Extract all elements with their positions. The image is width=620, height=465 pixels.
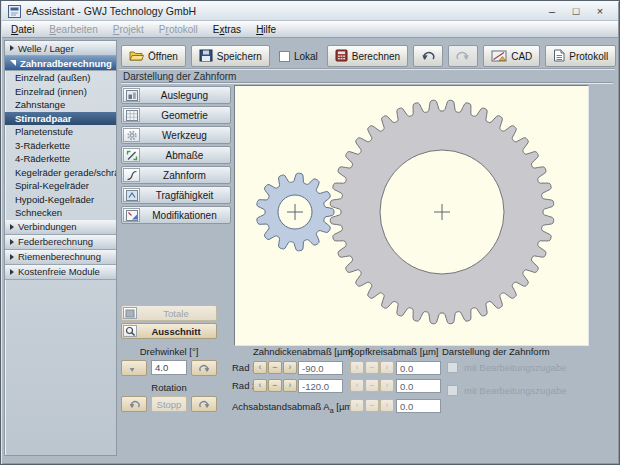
increment-button[interactable]: › [380, 399, 394, 412]
rad1-kopfkreis-stepper: ‹−› [350, 361, 394, 374]
sidebar-item-einzelrad-aussen[interactable]: Einzelrad (außen) [5, 71, 116, 85]
reset-button[interactable]: − [365, 399, 379, 412]
decrement-button[interactable]: ‹ [253, 361, 267, 374]
gear-figure [235, 86, 588, 349]
sidebar-item-stirnradpaar[interactable]: Stirnradpaar [5, 112, 116, 126]
achsabstand-input[interactable] [396, 399, 441, 413]
rotate-ccw-step-button[interactable] [121, 360, 147, 376]
berechnen-button[interactable]: Berechnen [327, 45, 408, 67]
drehwinkel-input[interactable] [151, 360, 187, 375]
reset-button[interactable]: − [365, 379, 379, 392]
calculation-step-buttons: AuslegungGeometrieWerkzeugAbmaßeZahnform… [121, 86, 231, 224]
sidebar-item-welle-lager[interactable]: Welle / Lager [5, 41, 116, 56]
cad-button[interactable]: CAD [483, 45, 540, 67]
rad1-zahndicken-stepper: ‹−› [253, 361, 297, 374]
menu-datei[interactable]: Datei [11, 24, 34, 35]
protokoll-button[interactable]: Protokoll [545, 45, 616, 67]
sidebar-item-zahnstange[interactable]: Zahnstange [5, 98, 116, 112]
magnifier-icon [123, 325, 137, 337]
rad2-kopfkreis-input[interactable] [396, 379, 441, 393]
increment-button[interactable]: › [283, 361, 297, 374]
reset-button[interactable]: − [365, 361, 379, 374]
decrement-button[interactable]: ‹ [253, 379, 267, 392]
redo-button[interactable] [448, 45, 478, 67]
collapsed-arrow-icon [10, 254, 14, 260]
protocol-icon [553, 49, 565, 64]
abmasse-button[interactable]: Abmaße [121, 146, 231, 164]
increment-button[interactable]: › [380, 379, 394, 392]
rotation-cw-button[interactable] [191, 396, 217, 412]
auslegung-button[interactable]: Auslegung [121, 86, 231, 104]
rad2-zahndicken-input[interactable] [298, 379, 343, 393]
sidebar-item-hypoid-kegelraeder[interactable]: Hypoid-Kegelräder [5, 193, 116, 207]
close-button[interactable]: × [588, 2, 612, 20]
sidebar-item-zahnradberechnung[interactable]: Zahnradberechnung [5, 56, 116, 71]
expanded-arrow-icon [10, 60, 16, 66]
modifikationen-button[interactable]: Modifikationen [121, 206, 231, 224]
redo-icon [456, 50, 470, 63]
sidebar-item-verbindungen[interactable]: Verbindungen [5, 220, 116, 235]
drehwinkel-label: Drehwinkel [°] [121, 346, 217, 357]
menu-extras[interactable]: Extras [213, 24, 241, 35]
reset-button[interactable]: − [268, 361, 282, 374]
rad1-zahndicken-input[interactable] [298, 361, 343, 375]
maximize-button[interactable]: □ [564, 2, 588, 20]
sidebar-item-einzelrad-innen[interactable]: Einzelrad (innen) [5, 85, 116, 99]
geometrie-icon [123, 108, 140, 122]
sidebar-item-kostenfreie-module[interactable]: Kostenfreie Module [5, 265, 116, 280]
undo-icon [421, 50, 435, 63]
oeffnen-button[interactable]: Öffnen [121, 45, 186, 67]
rotation-ccw-button[interactable] [121, 396, 147, 412]
abmasse-icon [123, 148, 140, 162]
decrement-button[interactable]: ‹ [350, 379, 364, 392]
sidebar-item-4-raederkette[interactable]: 4-Räderkette [5, 152, 116, 166]
panel-title-separator [121, 82, 613, 84]
menu-bearbeiten[interactable]: Bearbeiten [49, 24, 97, 35]
lokal-checkbox[interactable]: Lokal [279, 51, 318, 62]
tragfaehigkeit-icon [123, 188, 140, 202]
decrement-button[interactable]: ‹ [350, 361, 364, 374]
sidebar-item-spiral-kegelraeder[interactable]: Spiral-Kegelräder [5, 179, 116, 193]
tragfaehigkeit-button[interactable]: Tragfähigkeit [121, 186, 231, 204]
decrement-button[interactable]: ‹ [350, 399, 364, 412]
rad2-zahndicken-stepper: ‹−› [253, 379, 297, 392]
zahnform-icon [123, 168, 140, 182]
sidebar-item-kegelraeder-gerade-schraeg[interactable]: Kegelräder gerade/schräg [5, 166, 116, 180]
rotation-label: Rotation [121, 382, 217, 393]
reset-button[interactable]: − [268, 379, 282, 392]
main-toolbar: ÖffnenSpeichernLokalBerechnenCADProtokol… [121, 45, 620, 67]
menu-hilfe[interactable]: Hilfe [256, 24, 276, 35]
werkzeug-button[interactable]: Werkzeug [121, 126, 231, 144]
window-title: eAssistant - GWJ Technology GmbH [26, 5, 540, 17]
menu-protokoll[interactable]: Protokoll [159, 24, 198, 35]
ausschnitt-button[interactable]: Ausschnitt [121, 323, 217, 339]
collapsed-arrow-icon [10, 45, 14, 51]
geometrie-button[interactable]: Geometrie [121, 106, 231, 124]
minimize-button[interactable]: – [540, 2, 564, 20]
cad-icon [491, 49, 507, 64]
checkbox-icon [447, 385, 458, 396]
app-icon [8, 4, 21, 17]
zahnform-button[interactable]: Zahnform [121, 166, 231, 184]
rotation-stop-button[interactable]: Stopp [151, 396, 187, 412]
menu-projekt[interactable]: Projekt [113, 24, 144, 35]
bearbeitungszugabe-checkbox-1[interactable]: mit Bearbeitungszugabe [447, 362, 566, 373]
increment-button[interactable]: › [380, 361, 394, 374]
rad1-kopfkreis-input[interactable] [396, 361, 441, 375]
speichern-button[interactable]: Speichern [191, 45, 270, 67]
collapsed-arrow-icon [10, 269, 14, 275]
totale-button[interactable]: Totale [121, 305, 217, 321]
sidebar-item-riemenberechnung[interactable]: Riemenberechnung [5, 250, 116, 265]
menu-bar: DateiBearbeitenProjektProtokollExtrasHil… [2, 21, 618, 38]
sidebar-item-planetenstufe[interactable]: Planetenstufe [5, 125, 116, 139]
bearbeitungszugabe-checkbox-2[interactable]: mit Bearbeitungszugabe [447, 385, 566, 396]
rotate-cw-step-button[interactable] [191, 360, 217, 376]
sidebar-item-schnecken[interactable]: Schnecken [5, 206, 116, 220]
sidebar-item-federberechnung[interactable]: Federberechnung [5, 235, 116, 250]
increment-button[interactable]: › [283, 379, 297, 392]
undo-button[interactable] [413, 45, 443, 67]
title-bar: eAssistant - GWJ Technology GmbH – □ × [2, 1, 618, 21]
sidebar-item-3-raederkette[interactable]: 3-Räderkette [5, 139, 116, 153]
zahndicken-header: Zahndickenabmaß [µm] [253, 346, 353, 357]
gear-drawing-canvas [234, 85, 589, 346]
